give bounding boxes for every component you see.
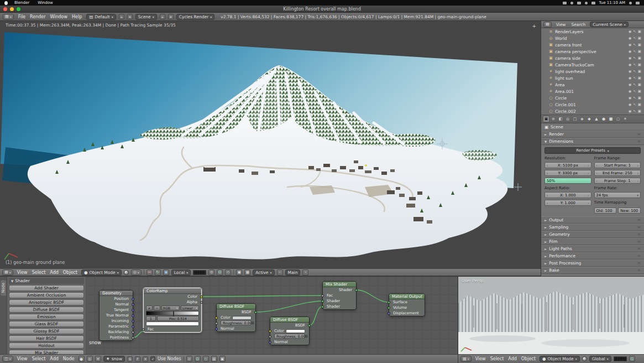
- node-socket[interactable]: [308, 324, 311, 327]
- panel-grip-icon[interactable]: ≡: [637, 246, 641, 251]
- transform-orientation-selector[interactable]: Local ▾: [171, 269, 191, 276]
- pivot-selector[interactable]: ◎ ▾: [131, 269, 142, 276]
- collapsed-panel-header[interactable]: ► Light Paths ≡: [541, 245, 644, 252]
- increment-icon[interactable]: ›: [588, 194, 589, 197]
- collapsed-panel-header[interactable]: ► Performance ≡: [541, 252, 644, 260]
- render-toggle-icon[interactable]: ▣: [638, 89, 641, 94]
- outliner-item[interactable]: ▣ camera side ◉ ↖ ▣: [541, 55, 644, 61]
- aspect-x-field[interactable]: ‹X: 1.000›: [544, 192, 591, 198]
- node-socket[interactable]: [321, 294, 324, 297]
- viewport-menu-item[interactable]: Add: [48, 270, 60, 275]
- active-selector[interactable]: Active ▾: [253, 269, 274, 276]
- node-menu-item[interactable]: Node: [61, 356, 76, 361]
- visibility-toggle-icon[interactable]: ◉: [629, 56, 632, 60]
- visibility-toggle-icon[interactable]: ◉: [629, 49, 632, 54]
- selectability-toggle-icon[interactable]: ↖: [633, 49, 636, 54]
- render-toggle-icon[interactable]: ▣: [638, 109, 641, 113]
- auto-render-icon[interactable]: ▣: [219, 356, 226, 362]
- properties-tab[interactable]: ◧: [557, 116, 564, 122]
- frame-rate-dropdown[interactable]: 24 fps▾: [594, 192, 641, 198]
- outliner-item-name[interactable]: Area.001: [555, 89, 627, 94]
- keyboard-icon[interactable]: [563, 2, 567, 4]
- editor-type-button[interactable]: ▤: [543, 22, 552, 28]
- volume-icon[interactable]: [591, 2, 595, 4]
- selectability-toggle-icon[interactable]: ↖: [633, 36, 636, 40]
- properties-tab[interactable]: ◆: [586, 116, 593, 122]
- notification-center-icon[interactable]: [636, 2, 640, 4]
- render-toggle-icon[interactable]: ▣: [638, 36, 641, 40]
- viewport-menu-item[interactable]: Select: [489, 356, 506, 361]
- shader-type-line-icon[interactable]: ≋: [95, 356, 101, 362]
- add-layout-button[interactable]: +: [119, 14, 124, 19]
- resolution-y-field[interactable]: ‹Y: 3300 px›: [544, 170, 591, 176]
- shader-type-material-icon[interactable]: ●: [78, 356, 85, 362]
- decrement-icon[interactable]: ‹: [596, 172, 598, 175]
- outliner-item-name[interactable]: Area: [555, 82, 627, 87]
- bluetooth-icon[interactable]: [570, 2, 573, 4]
- node-menu-item[interactable]: View: [15, 356, 29, 361]
- snap-element-icon[interactable]: ◇: [225, 269, 231, 276]
- node-socket[interactable]: [355, 289, 358, 292]
- apple-menu-icon[interactable]: [4, 1, 8, 5]
- resolution-percentage-slider[interactable]: 50%: [544, 178, 591, 184]
- node-socket[interactable]: [388, 312, 390, 315]
- visibility-toggle-icon[interactable]: ◉: [629, 82, 632, 87]
- properties-tab[interactable]: ●: [600, 116, 607, 122]
- render-toggle-icon[interactable]: ▣: [638, 63, 641, 67]
- screen-prev-icon[interactable]: ‹: [277, 269, 283, 276]
- properties-tab[interactable]: ■: [608, 116, 614, 122]
- render-opengl-icon[interactable]: ▣: [236, 269, 242, 276]
- tool-shelf-tab-node[interactable]: Node: [1, 280, 6, 295]
- node-canvas[interactable]: Geometry Position Normal Tangent: [86, 276, 458, 354]
- increment-icon[interactable]: ›: [588, 172, 589, 175]
- add-shader-node-button[interactable]: Glossy BSDF: [9, 328, 84, 334]
- visibility-toggle-icon[interactable]: ◉: [629, 29, 632, 34]
- node-socket[interactable]: [269, 335, 271, 338]
- delete-scene-button[interactable]: ✕: [168, 14, 174, 19]
- collapsed-panel-header[interactable]: ► Bake ≡: [541, 267, 644, 274]
- roughness-field[interactable]: Roughness: 0.000: [274, 334, 305, 339]
- close-window-button[interactable]: [3, 7, 7, 11]
- stop-position-field[interactable]: Pos: 0.514: [157, 316, 199, 321]
- info-menu-item[interactable]: Help: [70, 14, 83, 19]
- colorramp-color-swatch[interactable]: [146, 321, 199, 326]
- outliner-item-name[interactable]: CameraTruckoCam: [555, 63, 627, 68]
- viewport-shading-icon[interactable]: [124, 270, 129, 275]
- outliner-item[interactable]: ☀ light overhead ◉ ↖ ▣: [541, 68, 644, 75]
- viewport-menu-item[interactable]: Object: [520, 356, 537, 361]
- colorramp-handle[interactable]: [173, 311, 174, 317]
- battery-icon[interactable]: [577, 2, 581, 4]
- selectability-toggle-icon[interactable]: ↖: [633, 29, 636, 34]
- outliner-item[interactable]: ☀ light sun ◉ ↖ ▣: [541, 75, 644, 81]
- outliner-item[interactable]: ○ Circle ◉ ↖ ▣: [541, 95, 644, 101]
- render-toggle-icon[interactable]: ▣: [638, 82, 641, 87]
- backdrop-icon[interactable]: ▤: [211, 356, 217, 362]
- properties-tab[interactable]: ▲: [593, 116, 600, 122]
- editor-type-button[interactable]: ▤ ▾: [460, 356, 472, 362]
- info-menu-item[interactable]: File: [17, 14, 27, 19]
- outliner-item-name[interactable]: light overhead: [555, 69, 627, 74]
- delete-stop-button[interactable]: −: [154, 305, 160, 310]
- render-panel-header[interactable]: ► Render ≡: [541, 131, 644, 138]
- outliner-item-name[interactable]: light sun: [555, 76, 627, 81]
- info-menu-item[interactable]: Render: [28, 14, 47, 19]
- visibility-toggle-icon[interactable]: ◉: [629, 36, 632, 40]
- editor-type-button[interactable]: ▤ ▾: [2, 269, 13, 276]
- viewport-3d[interactable]: Time:00:37.35 | Mem:263.34M, Peak:263.34…: [0, 21, 541, 268]
- resolution-x-field[interactable]: ‹X: 5100 px›: [544, 162, 591, 168]
- material-datablock-selector[interactable]: snow: [103, 356, 125, 362]
- node-socket[interactable]: [132, 314, 134, 317]
- editor-type-button[interactable]: ▤ ▾: [3, 14, 14, 20]
- node-socket[interactable]: [269, 330, 271, 333]
- menubar-clock[interactable]: Tue 11:10 AM: [599, 1, 625, 5]
- menubar-app-menu[interactable]: Blender: [13, 1, 31, 5]
- panel-grip-icon[interactable]: ≡: [637, 225, 641, 230]
- add-shader-node-button[interactable]: Emission: [9, 314, 84, 320]
- panel-grip-icon[interactable]: ≡: [637, 132, 641, 137]
- render-engine-selector[interactable]: Cycles Render ▾: [176, 14, 215, 20]
- decrement-icon[interactable]: ‹: [547, 164, 548, 167]
- properties-tab[interactable]: ○: [615, 116, 621, 122]
- visibility-toggle-icon[interactable]: ◉: [629, 69, 632, 74]
- render-presets-dropdown[interactable]: Render Presets ▾: [544, 147, 641, 154]
- properties-tab[interactable]: ◎: [564, 116, 571, 122]
